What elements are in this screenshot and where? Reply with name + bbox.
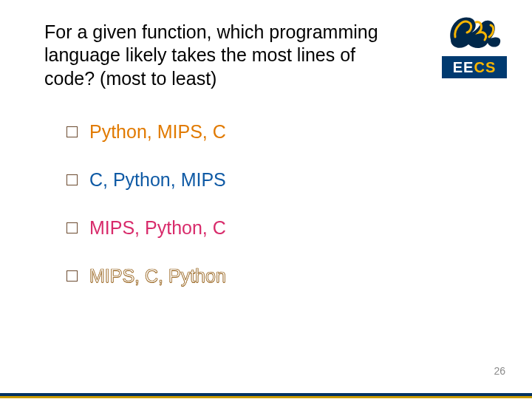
slide: For a given function, which programming … bbox=[0, 0, 532, 399]
cal-logo bbox=[445, 10, 504, 52]
logo-column: EECS bbox=[442, 10, 507, 78]
option-row[interactable]: MIPS, Python, C bbox=[66, 219, 488, 237]
cal-script-icon bbox=[445, 10, 504, 52]
option-label: MIPS, C, Python bbox=[89, 267, 226, 285]
checkbox-icon[interactable] bbox=[66, 222, 78, 233]
page-number: 26 bbox=[494, 365, 505, 377]
footer-stripe-gold bbox=[0, 396, 532, 398]
option-row[interactable]: MIPS, C, Python bbox=[66, 267, 488, 285]
option-row[interactable]: C, Python, MIPS bbox=[66, 171, 488, 189]
checkbox-icon[interactable] bbox=[66, 126, 78, 137]
eecs-logo: EECS bbox=[442, 56, 507, 78]
option-label: MIPS, Python, C bbox=[89, 219, 226, 237]
options-list: Python, MIPS, C C, Python, MIPS MIPS, Py… bbox=[66, 123, 488, 285]
option-label: C, Python, MIPS bbox=[89, 171, 226, 189]
eecs-ee: EE bbox=[453, 59, 474, 76]
checkbox-icon[interactable] bbox=[66, 174, 78, 185]
question-text: For a given function, which programming … bbox=[44, 21, 399, 90]
option-row[interactable]: Python, MIPS, C bbox=[66, 123, 488, 141]
eecs-cs: CS bbox=[474, 59, 496, 76]
option-label: Python, MIPS, C bbox=[89, 123, 226, 141]
header: For a given function, which programming … bbox=[44, 21, 488, 90]
checkbox-icon[interactable] bbox=[66, 270, 78, 282]
footer-bar bbox=[0, 393, 532, 399]
